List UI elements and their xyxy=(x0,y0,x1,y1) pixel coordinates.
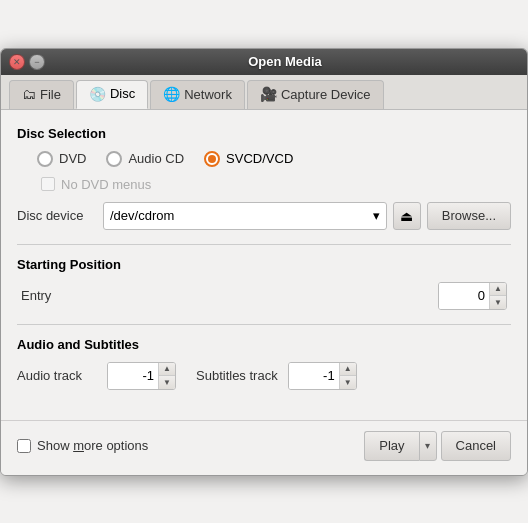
show-more-label[interactable]: Show more options xyxy=(37,438,148,453)
entry-spin-down[interactable]: ▼ xyxy=(490,296,506,309)
browse-button[interactable]: Browse... xyxy=(427,202,511,230)
starting-position-section: Starting Position Entry ▲ ▼ xyxy=(17,257,511,310)
radio-audio-cd-outer xyxy=(106,151,122,167)
content-area: Disc Selection DVD Audio CD SVCD/ xyxy=(1,110,527,420)
audio-track-spinbox-arrows: ▲ ▼ xyxy=(158,363,175,389)
disc-device-row: Disc device /dev/cdrom ▾ ⏏ Browse... xyxy=(17,202,511,230)
eject-button[interactable]: ⏏ xyxy=(393,202,421,230)
divider-1 xyxy=(17,244,511,245)
subtitles-track-input[interactable] xyxy=(289,363,339,389)
tab-file[interactable]: 🗂 File xyxy=(9,80,74,109)
audio-track-input[interactable] xyxy=(108,363,158,389)
window-title: Open Media xyxy=(51,54,519,69)
tab-bar: 🗂 File 💿 Disc 🌐 Network 🎥 Capture Device xyxy=(1,75,527,110)
network-tab-icon: 🌐 xyxy=(163,86,180,102)
cancel-button[interactable]: Cancel xyxy=(441,431,511,461)
entry-input[interactable] xyxy=(439,283,489,309)
radio-dvd-outer xyxy=(37,151,53,167)
disc-selection-section: Disc Selection DVD Audio CD SVCD/ xyxy=(17,126,511,230)
minimize-button[interactable]: − xyxy=(29,54,45,70)
radio-dvd[interactable]: DVD xyxy=(37,151,86,167)
entry-spinbox-arrows: ▲ ▼ xyxy=(489,283,506,309)
capture-tab-icon: 🎥 xyxy=(260,86,277,102)
show-more-options: Show more options xyxy=(17,438,148,453)
audio-row: Audio track ▲ ▼ Subtitles track ▲ ▼ xyxy=(17,362,511,390)
play-button[interactable]: Play xyxy=(364,431,418,461)
open-media-window: ✕ − Open Media 🗂 File 💿 Disc 🌐 Network 🎥… xyxy=(0,48,528,476)
titlebar-buttons: ✕ − xyxy=(9,54,45,70)
play-button-group: Play ▾ xyxy=(364,431,436,461)
audio-track-label: Audio track xyxy=(17,368,97,383)
disc-type-radio-group: DVD Audio CD SVCD/VCD xyxy=(17,151,511,167)
no-dvd-menus-row: No DVD menus xyxy=(17,177,511,192)
subtitles-track-spin-up[interactable]: ▲ xyxy=(340,363,356,376)
tab-disc-label: Disc xyxy=(110,86,135,101)
radio-svcd-vcd-inner xyxy=(208,155,216,163)
starting-position-title: Starting Position xyxy=(17,257,511,272)
show-more-checkbox[interactable] xyxy=(17,439,31,453)
radio-audio-cd-label: Audio CD xyxy=(128,151,184,166)
no-dvd-menus-label: No DVD menus xyxy=(61,177,151,192)
audio-subtitles-title: Audio and Subtitles xyxy=(17,337,511,352)
subtitles-track-spinbox[interactable]: ▲ ▼ xyxy=(288,362,357,390)
disc-device-value: /dev/cdrom xyxy=(110,208,174,223)
tab-file-label: File xyxy=(40,87,61,102)
action-buttons: Play ▾ Cancel xyxy=(364,431,511,461)
entry-row: Entry ▲ ▼ xyxy=(17,282,511,310)
no-dvd-menus-checkbox xyxy=(41,177,55,191)
tab-capture[interactable]: 🎥 Capture Device xyxy=(247,80,384,109)
tab-capture-label: Capture Device xyxy=(281,87,371,102)
disc-tab-icon: 💿 xyxy=(89,86,106,102)
divider-2 xyxy=(17,324,511,325)
disc-selection-title: Disc Selection xyxy=(17,126,511,141)
titlebar: ✕ − Open Media xyxy=(1,49,527,75)
disc-device-select[interactable]: /dev/cdrom ▾ xyxy=(103,202,387,230)
entry-spinbox[interactable]: ▲ ▼ xyxy=(438,282,507,310)
close-button[interactable]: ✕ xyxy=(9,54,25,70)
audio-track-spinbox[interactable]: ▲ ▼ xyxy=(107,362,176,390)
entry-label: Entry xyxy=(21,288,51,303)
radio-audio-cd[interactable]: Audio CD xyxy=(106,151,184,167)
subtitles-track-label: Subtitles track xyxy=(196,368,278,383)
file-tab-icon: 🗂 xyxy=(22,86,36,102)
disc-device-label: Disc device xyxy=(17,208,97,223)
audio-subtitles-section: Audio and Subtitles Audio track ▲ ▼ Subt… xyxy=(17,337,511,390)
subtitles-track-spin-down[interactable]: ▼ xyxy=(340,376,356,389)
tab-network[interactable]: 🌐 Network xyxy=(150,80,245,109)
radio-svcd-vcd-outer xyxy=(204,151,220,167)
audio-track-spin-up[interactable]: ▲ xyxy=(159,363,175,376)
radio-svcd-vcd[interactable]: SVCD/VCD xyxy=(204,151,293,167)
disc-device-dropdown-arrow: ▾ xyxy=(373,208,380,223)
entry-spin-up[interactable]: ▲ xyxy=(490,283,506,296)
audio-track-spin-down[interactable]: ▼ xyxy=(159,376,175,389)
tab-disc[interactable]: 💿 Disc xyxy=(76,80,148,109)
radio-dvd-label: DVD xyxy=(59,151,86,166)
play-dropdown-button[interactable]: ▾ xyxy=(419,431,437,461)
radio-svcd-vcd-label: SVCD/VCD xyxy=(226,151,293,166)
subtitles-track-spinbox-arrows: ▲ ▼ xyxy=(339,363,356,389)
tab-network-label: Network xyxy=(184,87,232,102)
play-dropdown-arrow: ▾ xyxy=(425,440,430,451)
footer: Show more options Play ▾ Cancel xyxy=(1,420,527,475)
